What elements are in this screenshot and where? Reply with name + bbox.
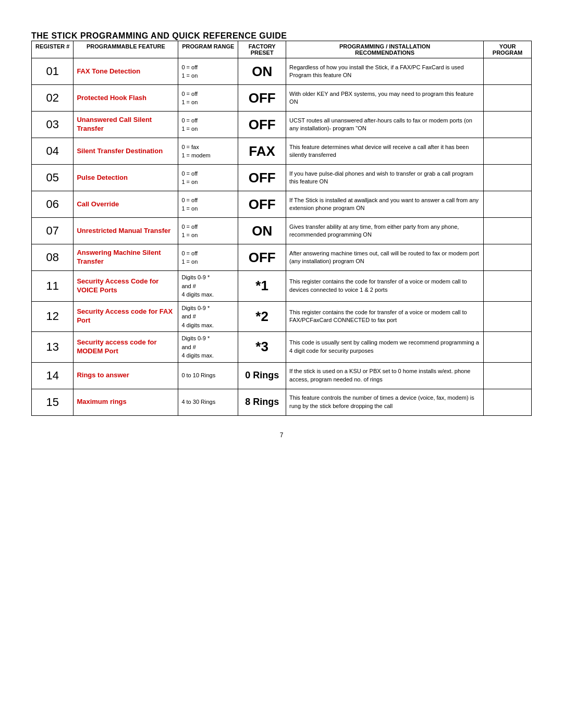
register-number-01: 01 <box>32 58 74 85</box>
feature-name-01: FAX Tone Detection <box>74 58 178 85</box>
page-title: THE STICK PROGRAMMING AND QUICK REFERENC… <box>31 31 532 41</box>
your-program-05 <box>484 165 532 191</box>
recommendations-12: This register contains the code for tran… <box>286 301 484 332</box>
table-row-13: 13Security access code for MODEM PortDig… <box>32 332 532 363</box>
recommendations-14: If the stick is used on a KSU or PBX set… <box>286 362 484 389</box>
recommendations-08: After answering machine times out, call … <box>286 244 484 271</box>
your-program-14 <box>484 362 532 389</box>
program-range-13: Digits 0-9 *and #4 digits max. <box>178 332 238 363</box>
program-range-12: Digits 0-9 *and #4 digits max. <box>178 301 238 332</box>
register-number-14: 14 <box>32 362 74 389</box>
factory-preset-15: 8 Rings <box>238 389 286 415</box>
table-row-06: 06Call Override0 = off1 = onOFFIf The St… <box>32 191 532 218</box>
table-row-15: 15Maximum rings4 to 30 Rings8 RingsThis … <box>32 389 532 415</box>
your-program-03 <box>484 112 532 138</box>
program-range-06: 0 = off1 = on <box>178 191 238 218</box>
header-range: PROGRAM RANGE <box>178 41 238 58</box>
feature-name-06: Call Override <box>74 191 178 218</box>
table-row-02: 02Protected Hook Flash0 = off1 = onOFFWi… <box>32 85 532 112</box>
feature-name-12: Security Access code for FAX Port <box>74 301 178 332</box>
recommendations-11: This register contains the code for tran… <box>286 271 484 302</box>
header-yourprogram: YOURPROGRAM <box>484 41 532 58</box>
program-range-03: 0 = off1 = on <box>178 112 238 138</box>
factory-preset-08: OFF <box>238 244 286 271</box>
factory-preset-11: *1 <box>238 271 286 302</box>
program-range-14: 0 to 10 Rings <box>178 362 238 389</box>
program-range-02: 0 = off1 = on <box>178 85 238 112</box>
header-preset: FACTORY PRESET <box>238 41 286 58</box>
register-number-08: 08 <box>32 244 74 271</box>
recommendations-03: UCST routes all unanswered after-hours c… <box>286 112 484 138</box>
recommendations-04: This feature determines what device will… <box>286 138 484 165</box>
recommendations-15: This feature controls the number of time… <box>286 389 484 415</box>
table-row-11: 11Security Access Code for VOICE PortsDi… <box>32 271 532 302</box>
your-program-01 <box>484 58 532 85</box>
recommendations-01: Regardless of how you install the Stick,… <box>286 58 484 85</box>
table-row-14: 14Rings to answer0 to 10 Rings0 RingsIf … <box>32 362 532 389</box>
feature-name-03: Unanswered Call Silent Transfer <box>74 112 178 138</box>
register-number-13: 13 <box>32 332 74 363</box>
factory-preset-01: ON <box>238 58 286 85</box>
header-recommendations: PROGRAMMING / INSTALLATIONRECOMMENDATION… <box>286 41 484 58</box>
table-row-07: 07Unrestricted Manual Transfer0 = off1 =… <box>32 218 532 244</box>
register-number-04: 04 <box>32 138 74 165</box>
feature-name-15: Maximum rings <box>74 389 178 415</box>
header-register: REGISTER # <box>32 41 74 58</box>
feature-name-13: Security access code for MODEM Port <box>74 332 178 363</box>
feature-name-04: Silent Transfer Destination <box>74 138 178 165</box>
program-range-08: 0 = off1 = on <box>178 244 238 271</box>
program-range-15: 4 to 30 Rings <box>178 389 238 415</box>
program-range-07: 0 = off1 = on <box>178 218 238 244</box>
program-range-05: 0 = off1 = on <box>178 165 238 191</box>
register-number-12: 12 <box>32 301 74 332</box>
program-range-11: Digits 0-9 *and #4 digits max. <box>178 271 238 302</box>
table-row-03: 03Unanswered Call Silent Transfer0 = off… <box>32 112 532 138</box>
feature-name-08: Answering Machine Silent Transfer <box>74 244 178 271</box>
factory-preset-13: *3 <box>238 332 286 363</box>
program-range-01: 0 = off1 = on <box>178 58 238 85</box>
program-range-04: 0 = fax1 = modem <box>178 138 238 165</box>
your-program-08 <box>484 244 532 271</box>
table-row-05: 05Pulse Detection0 = off1 = onOFFIf you … <box>32 165 532 191</box>
factory-preset-14: 0 Rings <box>238 362 286 389</box>
factory-preset-02: OFF <box>238 85 286 112</box>
feature-name-02: Protected Hook Flash <box>74 85 178 112</box>
feature-name-14: Rings to answer <box>74 362 178 389</box>
factory-preset-03: OFF <box>238 112 286 138</box>
header-feature: PROGRAMMABLE FEATURE <box>74 41 178 58</box>
your-program-04 <box>484 138 532 165</box>
register-number-07: 07 <box>32 218 74 244</box>
register-number-03: 03 <box>32 112 74 138</box>
table-row-04: 04Silent Transfer Destination0 = fax1 = … <box>32 138 532 165</box>
recommendations-13: This code is usually sent by calling mod… <box>286 332 484 363</box>
table-row-08: 08Answering Machine Silent Transfer0 = o… <box>32 244 532 271</box>
factory-preset-05: OFF <box>238 165 286 191</box>
recommendations-05: If you have pulse-dial phones and wish t… <box>286 165 484 191</box>
factory-preset-07: ON <box>238 218 286 244</box>
your-program-13 <box>484 332 532 363</box>
register-number-15: 15 <box>32 389 74 415</box>
your-program-06 <box>484 191 532 218</box>
feature-name-05: Pulse Detection <box>74 165 178 191</box>
factory-preset-06: OFF <box>238 191 286 218</box>
reference-table: REGISTER # PROGRAMMABLE FEATURE PROGRAM … <box>31 41 532 416</box>
page-number: 7 <box>280 431 284 439</box>
register-number-05: 05 <box>32 165 74 191</box>
table-row-12: 12Security Access code for FAX PortDigit… <box>32 301 532 332</box>
factory-preset-04: FAX <box>238 138 286 165</box>
your-program-02 <box>484 85 532 112</box>
register-number-11: 11 <box>32 271 74 302</box>
recommendations-06: If The Stick is installed at awalljack a… <box>286 191 484 218</box>
recommendations-07: Gives transfer ability at any time, from… <box>286 218 484 244</box>
recommendations-02: With older KEY and PBX systems, you may … <box>286 85 484 112</box>
your-program-07 <box>484 218 532 244</box>
factory-preset-12: *2 <box>238 301 286 332</box>
feature-name-07: Unrestricted Manual Transfer <box>74 218 178 244</box>
your-program-12 <box>484 301 532 332</box>
your-program-11 <box>484 271 532 302</box>
your-program-15 <box>484 389 532 415</box>
feature-name-11: Security Access Code for VOICE Ports <box>74 271 178 302</box>
register-number-06: 06 <box>32 191 74 218</box>
register-number-02: 02 <box>32 85 74 112</box>
table-row-01: 01FAX Tone Detection0 = off1 = onONRegar… <box>32 58 532 85</box>
